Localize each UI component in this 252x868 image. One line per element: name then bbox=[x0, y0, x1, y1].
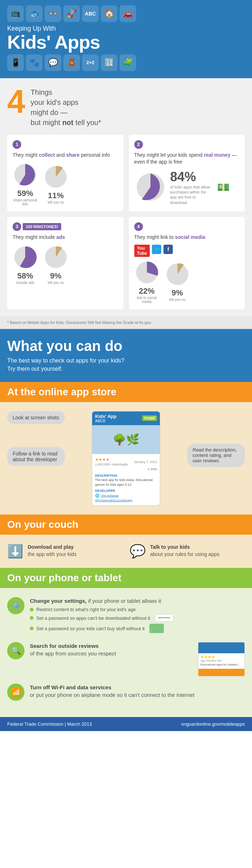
app-store-tips: Look at screen shots Follow a link to re… bbox=[7, 411, 85, 466]
stat-59-label: share personal info bbox=[13, 198, 38, 206]
tip-screenshots: Look at screen shots bbox=[7, 411, 65, 424]
gear-icon: ⚙️ bbox=[7, 597, 24, 614]
header-icons-bottom: 📱 🐾 💬 🧸 2+2 🔢 🧩 bbox=[7, 54, 245, 71]
thing-1-number: 1 bbox=[13, 140, 21, 149]
app-name: Kids' App bbox=[95, 414, 117, 419]
stat-11-percent: 11% bbox=[48, 191, 64, 200]
app-mockup-header: Kids' App ABCD Install bbox=[92, 411, 160, 425]
app-dev-url[interactable]: http://www.abcd.com/kidsapp bbox=[95, 498, 157, 502]
pie-tell-you-1: 11% tell you so bbox=[43, 164, 68, 204]
app-store-right: Read the description, content rating, an… bbox=[167, 411, 245, 467]
couch-item-2: 💬 Talk to your kids about your rules for… bbox=[130, 544, 245, 559]
globe-icon: 🌐 bbox=[95, 493, 99, 498]
search-text: Search for outside reviews of the app fr… bbox=[30, 642, 193, 659]
twitter-icon: 🐦 bbox=[152, 245, 161, 254]
stat-58-percent: 58% bbox=[17, 271, 33, 281]
settings-title: Change your settings, if your phone or t… bbox=[30, 597, 245, 605]
thing-3-number: 3 bbox=[13, 222, 21, 231]
thing-2-box: 2 They might let your kids spend real mo… bbox=[129, 135, 245, 212]
thing-4-title: They might link to social media bbox=[134, 234, 240, 241]
number-4: 4 bbox=[7, 85, 25, 118]
four-things-section: 4 Things your kid's apps might do — but … bbox=[0, 78, 252, 316]
couch-section: ⬇️ Download and play the app with your k… bbox=[0, 535, 252, 568]
stat-9b-percent: 9% bbox=[172, 288, 183, 298]
stat-84-percent: 84% bbox=[170, 169, 213, 184]
footer: Federal Trade Commission | March 2013 on… bbox=[0, 717, 252, 731]
phone-item-wifi: 📶 Turn off Wi-Fi and data services or pu… bbox=[7, 684, 245, 701]
couch-text-1: Download and play the app with your kids bbox=[28, 544, 76, 558]
app-dev-link[interactable]: Visit webpage bbox=[101, 494, 119, 498]
money-emoji-icon: 💵 bbox=[217, 181, 230, 193]
header-icon-math: 2+2 bbox=[82, 54, 99, 71]
header-icons-top: 📺 🐟 👓 🚀 ABC 🏠 🚗 bbox=[7, 5, 245, 22]
bullet-dot-2 bbox=[30, 616, 33, 620]
tip-read-desc: Read the description, content rating, an… bbox=[187, 444, 245, 467]
four-things-description: Things your kid's apps might do — but mi… bbox=[31, 85, 101, 128]
thing-3-title: They might include ads bbox=[13, 234, 118, 241]
header-icon-chat: 💬 bbox=[45, 54, 61, 71]
header-title-large: Kids' Apps bbox=[7, 33, 245, 52]
header-icon-paw: 🐾 bbox=[26, 54, 42, 71]
header-icon-fish: 🐟 bbox=[26, 5, 42, 22]
app-downloads: 1,000,000+ downloads bbox=[95, 462, 128, 467]
app-size: 4.3MB bbox=[95, 467, 157, 472]
search-title: Search for outside reviews of the app fr… bbox=[30, 642, 193, 657]
stat-9-percent: 9% bbox=[50, 271, 62, 281]
pie-tell-you-3: 9% tell you so bbox=[43, 245, 68, 285]
download-icon: ⬇️ bbox=[7, 544, 23, 559]
stat-11-label: tell you so bbox=[48, 200, 64, 204]
header-icon-phone: 📱 bbox=[7, 54, 24, 71]
header-icon-house: 🏠 bbox=[101, 5, 117, 22]
header-icon-puzzle: 🧩 bbox=[120, 54, 136, 71]
review-image-body: ⭐⭐⭐⭐App Review SiteEducational apps for … bbox=[198, 653, 244, 669]
couch-text-2: Talk to your kids about your rules for u… bbox=[150, 544, 219, 558]
thing-4-number: 4 bbox=[134, 222, 143, 231]
footer-right: onguardonline.gov/mobileapps bbox=[181, 721, 245, 727]
stat-9b-label: tell you so bbox=[169, 298, 185, 302]
review-image-header bbox=[198, 642, 244, 653]
tip-developer: Follow a link to read about the develope… bbox=[7, 447, 65, 466]
chat-icon: 💬 bbox=[130, 544, 146, 559]
review-image-footer bbox=[198, 669, 244, 676]
password-field: •••••••• bbox=[155, 614, 174, 622]
thing-2-stat: 84% of kids' apps that allow purchases w… bbox=[170, 169, 213, 205]
thing-4-box: 4 They might link to social media YouTub… bbox=[129, 217, 245, 309]
review-website-image: ⭐⭐⭐⭐App Review SiteEducational apps for … bbox=[198, 642, 245, 676]
app-mockup: Kids' App ABCD Install 🌳🌿 ★★★★ 1,000,000… bbox=[92, 411, 160, 506]
header: 📺 🐟 👓 🚀 ABC 🏠 🚗 Keeping Up With Kids' Ap… bbox=[0, 0, 252, 78]
youtube-icon: YouTube bbox=[134, 245, 150, 257]
stat-22-percent: 22% bbox=[139, 286, 154, 296]
header-icon-abc: ABC bbox=[82, 5, 99, 22]
thing-2-title: They might let your kids spend real mone… bbox=[134, 152, 240, 166]
pie-tell-you-4: 9% tell you so bbox=[165, 262, 190, 302]
phone-section-header: On your phone or tablet bbox=[0, 568, 252, 588]
what-you-can-do-title: What you can do bbox=[7, 338, 245, 354]
header-icon-calc: 🔢 bbox=[101, 54, 117, 71]
bullet-dot-3 bbox=[30, 627, 33, 630]
bullet-3: Set a password so your kids can't buy st… bbox=[30, 624, 245, 633]
thing-1-box: 1 They might collect and share personal … bbox=[7, 135, 123, 212]
phone-item-search: 🔍 Search for outside reviews of the app … bbox=[7, 642, 245, 676]
thing-2-number: 2 bbox=[134, 140, 143, 149]
wifi-title: Turn off Wi-Fi and data services or put … bbox=[30, 684, 245, 699]
couch-item-1: ⬇️ Download and play the app with your k… bbox=[7, 544, 122, 559]
bullet-dot-1 bbox=[30, 608, 33, 611]
header-icon-glasses: 👓 bbox=[45, 5, 61, 22]
install-button[interactable]: Install bbox=[142, 415, 157, 421]
stat-22-label: link to social media bbox=[134, 296, 159, 304]
app-date: January 7, 2013 bbox=[134, 460, 157, 464]
phone-section: ⚙️ Change your settings, if your phone o… bbox=[0, 588, 252, 717]
pie-share-personal: 59% share personal info bbox=[13, 162, 38, 206]
header-icon-bear: 🧸 bbox=[63, 54, 80, 71]
app-store-content: Look at screen shots Follow a link to re… bbox=[0, 402, 252, 515]
app-mockup-body: ★★★★ 1,000,000+ downloads January 7, 201… bbox=[92, 454, 160, 505]
things-grid: 1 They might collect and share personal … bbox=[7, 135, 245, 309]
app-sub: ABCD bbox=[95, 419, 117, 423]
search-icon: 🔍 bbox=[7, 642, 24, 659]
stat-84-label: of kids' apps that allow purchases withi… bbox=[170, 184, 213, 205]
thing-3-box: 3 100 RINGTONES! They might include ads … bbox=[7, 217, 123, 309]
credit-card-icon bbox=[149, 624, 164, 633]
pie-84 bbox=[134, 171, 167, 203]
pie-include-ads: 58% include ads bbox=[13, 245, 38, 285]
ringtones-badge: 100 RINGTONES! bbox=[23, 223, 61, 230]
